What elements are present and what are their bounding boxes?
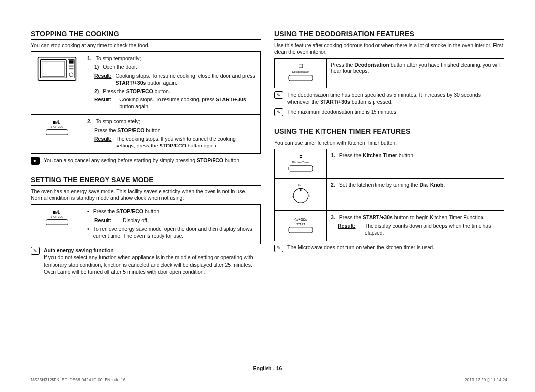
deodorisation-icon: ❒ Deodorisation [285,62,317,84]
svg-text:Deodorisation: Deodorisation [292,70,310,73]
text: Press the STOP/ECO button. [87,127,256,134]
text: Set the kitchen time by turning the Dial… [339,182,445,188]
text: Press the START/+30s button to begin Kit… [339,214,485,221]
crop-mark [20,3,27,10]
text: The Microwave does not turn on when the … [287,244,434,252]
stopping-row1-text: 1.To stop temporarily; 1)Open the door. … [83,52,261,115]
stop-eco-icon: ⏹/⏾ STOP ECO [42,118,72,137]
text: To stop temporarily; [96,55,141,62]
stop-eco-button-cell: ⏹/⏾ STOP ECO [31,115,83,154]
microwave-icon [37,55,77,83]
text: The deodorisation time has been specifie… [287,91,504,105]
svg-rect-18 [289,75,313,81]
text: To remove energy save mode, open the doo… [93,225,256,239]
svg-text:START: START [296,223,305,226]
num: 2. [331,182,335,188]
intro-timer: You can use timer function with Kitchen … [274,139,504,146]
hand-icon: ☛ [31,157,40,165]
intro-energy: The oven has an energy save mode. This f… [31,188,261,201]
heading-timer: USING THE KITCHEN TIMER FEATURES [274,127,504,137]
dial-knob-cell: ʜ/+ - + [275,178,327,210]
result-label: Result: [94,72,112,86]
svg-text:+: + [308,195,310,198]
svg-rect-29 [289,227,313,233]
energy-table: ⏹/⏾ STOP ECO •Press the STOP/ECO button.… [31,204,261,244]
timer-table: ⧗ Kitchen Timer 1.Press the Kitchen Time… [274,149,504,242]
page-number: English - 16 [0,365,535,371]
timer-step2: 2.Set the kitchen time by turning the Di… [327,178,504,210]
text: Open the door. [103,63,137,70]
deo-note-1: ✎ The deodorisation time has been specif… [274,91,504,105]
text: The maximum deodorisation time is 15 min… [287,108,398,116]
stopping-row2-text: 2.To stop completely; Press the STOP/ECO… [83,115,261,154]
svg-rect-21 [289,166,313,171]
text: Press the Deodorisation button after you… [331,62,500,74]
num: 2. [87,118,92,125]
timer-step3: 3.Press the START/+30s button to begin K… [327,210,504,241]
pencil-icon: ✎ [274,91,283,99]
text: Cooking stops. To resume cooking, close … [116,72,256,86]
energy-text: •Press the STOP/ECO button. Result: Disp… [83,205,261,244]
svg-rect-2 [42,61,65,76]
text: Cooking stops. To resume cooking, press … [119,96,256,110]
timer-step1: 1.Press the Kitchen Timer button. [327,149,504,178]
svg-text:Kitchen Timer: Kitchen Timer [292,161,309,164]
text: You can also cancel any setting before s… [44,157,241,165]
file-name: MS23H3125FK_EF_DE68-04241C-00_EN.indd 16 [31,377,125,382]
svg-text:STOP  ECO: STOP ECO [51,215,64,218]
svg-text:⧗: ⧗ [299,154,303,159]
svg-rect-4 [69,60,74,63]
heading-deodorisation: USING THE DEODORISATION FEATURES [274,30,504,40]
result-label: Result: [338,222,361,236]
deo-button-cell: ❒ Deodorisation [275,59,327,88]
deo-note-2: ✎ The maximum deodorisation time is 15 m… [274,108,504,116]
deo-text: Press the Deodorisation button after you… [327,59,504,88]
left-column: STOPPING THE COOKING You can stop cookin… [31,30,261,278]
svg-point-24 [300,189,301,191]
svg-rect-1 [40,60,66,78]
text: The cooking stops. If you wish to cancel… [116,135,256,149]
num: 1. [87,55,92,62]
svg-text:⏹/⏾: ⏹/⏾ [52,210,62,215]
timer-note: ✎ The Microwave does not turn on when th… [274,244,504,252]
heading-stopping: STOPPING THE COOKING [31,30,261,40]
text: If you do not select any function when a… [44,254,261,268]
stop-eco-button-cell: ⏹/⏾ STOP ECO [31,205,83,244]
svg-point-5 [69,73,73,77]
kitchen-timer-icon: ⧗ Kitchen Timer [285,152,317,174]
start-icon: ◇/+30s START [285,214,317,236]
num: 2) [94,88,99,95]
svg-text:STOP  ECO: STOP ECO [51,125,64,128]
text: The display counts down and beeps when t… [365,222,500,236]
num: 1) [94,63,99,70]
svg-text:⏹/⏾: ⏹/⏾ [52,120,62,125]
auto-title: Auto energy saving function [44,247,261,254]
text: Display off. [123,217,149,224]
timer-button-cell: ⧗ Kitchen Timer [275,149,327,178]
right-column: USING THE DEODORISATION FEATURES Use thi… [274,30,504,278]
svg-text:❒: ❒ [299,64,303,69]
start-button-cell: ◇/+30s START [275,210,327,241]
num: 1. [331,152,335,158]
svg-text:◇/+30s: ◇/+30s [294,217,307,222]
stopping-note: ☛ You can also cancel any setting before… [31,157,261,165]
svg-text:ʜ/+: ʜ/+ [298,183,303,186]
imprint-line: MS23H3125FK_EF_DE68-04241C-00_EN.indd 16… [31,377,507,382]
deo-table: ❒ Deodorisation Press the Deodorisation … [274,58,504,88]
timestamp: 2013-12-20 ▯ 11:14:24 [465,377,507,382]
intro-stopping: You can stop cooking at any time to chec… [31,42,261,49]
text: Press the STOP/ECO button. [93,208,160,215]
svg-rect-12 [46,130,68,135]
stop-eco-icon: ⏹/⏾ STOP ECO [42,208,72,227]
pencil-icon: ✎ [31,247,40,255]
text: Oven Lamp will be turned off after 5 min… [44,268,261,275]
pencil-icon: ✎ [274,108,283,116]
text: Press the STOP/ECO button. [103,88,170,95]
heading-energy: SETTING THE ENERGY SAVE MODE [31,176,261,186]
result-label: Result: [94,96,115,110]
result-label: Result: [94,135,112,149]
stopping-table: 1.To stop temporarily; 1)Open the door. … [31,51,261,154]
dial-knob-icon: ʜ/+ - + [288,182,313,206]
intro-deo: Use this feature after cooking odorous f… [274,42,504,55]
result-label: Result: [94,217,119,224]
